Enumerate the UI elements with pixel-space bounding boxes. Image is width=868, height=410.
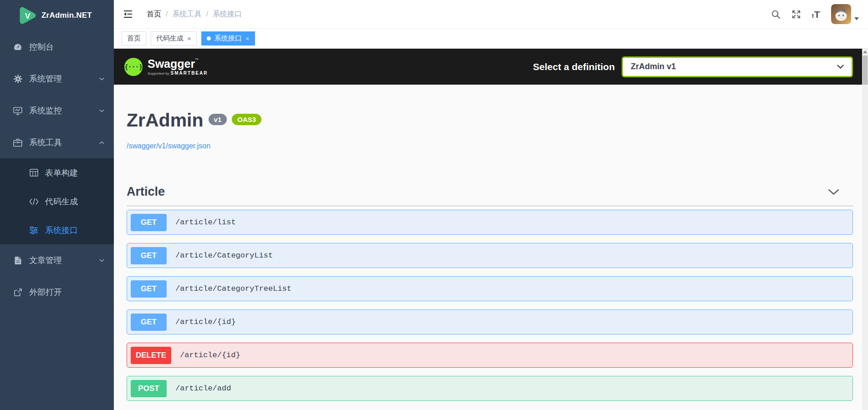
app-title: ZrAdmin.NET <box>41 11 92 20</box>
chevron-down-icon <box>99 108 105 114</box>
sidebar-item-label: 系统接口 <box>45 225 78 236</box>
api-title-row: ZrAdmin v1 OAS3 <box>127 110 853 131</box>
sidebar-item-label: 表单构建 <box>45 167 78 178</box>
sidebar-item-label: 代码生成 <box>45 196 78 207</box>
sidebar-item-label: 系统工具 <box>29 137 62 148</box>
tab-label: 首页 <box>127 34 141 43</box>
endpoint-row[interactable]: GET/article/{id} <box>127 309 853 334</box>
svg-text:V: V <box>25 12 31 20</box>
main-area: 首页/系统工具/系统接口 tT <box>114 0 868 410</box>
scrollbar-up-arrow[interactable] <box>862 49 868 55</box>
caret-down-icon <box>854 14 859 22</box>
breadcrumb-item[interactable]: 首页 <box>147 10 161 19</box>
endpoint-row[interactable]: GET/article/list <box>127 210 853 235</box>
section-title: Article <box>127 185 165 199</box>
font-size-icon[interactable]: tT <box>812 10 820 19</box>
endpoint-path: /article/CategoryTreeList <box>175 284 291 293</box>
user-menu[interactable] <box>831 4 859 24</box>
method-badge: GET <box>131 314 167 331</box>
endpoint-list: GET/article/listGET/article/CategoryList… <box>127 210 853 401</box>
tab-close-icon[interactable]: × <box>187 35 191 42</box>
sidebar-submenu: 表单构建代码生成系统接口 <box>0 158 114 244</box>
chevron-down-icon <box>99 76 105 82</box>
tab-code-generator[interactable]: 代码生成× <box>151 31 197 46</box>
endpoint-row[interactable]: POST/article/add <box>127 376 853 401</box>
scrollbar-thumb[interactable] <box>863 56 868 85</box>
sidebar-item-external-open[interactable]: 外部打开 <box>0 276 114 308</box>
dashboard-icon <box>12 43 23 51</box>
breadcrumb-item[interactable]: 系统接口 <box>213 10 242 19</box>
avatar[interactable] <box>831 4 851 24</box>
swagger-logo[interactable]: {···} Swagger™ Supported bySMARTBEAR <box>124 58 208 76</box>
sidebar-item-article-management[interactable]: 文章管理 <box>0 244 114 276</box>
sidebar-item-label: 文章管理 <box>29 255 62 266</box>
definition-select-label: Select a definition <box>533 61 615 72</box>
breadcrumb-separator: / <box>206 10 208 18</box>
sidebar-item-form-builder[interactable]: 表单构建 <box>0 158 114 187</box>
sidebar-item-system-api[interactable]: 系统接口 <box>0 216 114 244</box>
endpoint-row[interactable]: GET/article/CategoryList <box>127 243 853 268</box>
version-badge: v1 <box>209 114 227 125</box>
section-collapse-icon[interactable] <box>828 189 839 195</box>
breadcrumb: 首页/系统工具/系统接口 <box>147 10 242 19</box>
chevron-down-icon <box>837 65 844 69</box>
sliders-icon <box>28 226 39 234</box>
sidebar-item-system-management[interactable]: 系统管理 <box>0 63 114 95</box>
endpoint-path: /article/{id} <box>180 351 240 359</box>
table-icon <box>28 169 39 177</box>
fold-sidebar-icon[interactable] <box>123 10 133 18</box>
fullscreen-icon[interactable] <box>791 10 801 19</box>
endpoint-row[interactable]: DELETE/article/{id} <box>127 343 853 368</box>
app-logo[interactable]: V ZrAdmin.NET <box>0 0 114 31</box>
sidebar-item-label: 外部打开 <box>29 287 62 298</box>
app-root: V ZrAdmin.NET 控制台系统管理系统监控系统工具表单构建代码生成系统接… <box>0 0 868 410</box>
swagger-logo-icon: {···} <box>124 58 143 76</box>
sidebar-item-code-generator[interactable]: 代码生成 <box>0 187 114 216</box>
sidebar-item-label: 系统监控 <box>29 105 62 116</box>
chevron-up-icon <box>99 140 105 146</box>
active-tab-dot <box>207 36 211 40</box>
sidebar-item-console[interactable]: 控制台 <box>0 31 114 63</box>
spec-url-link[interactable]: /swagger/v1/swagger.json <box>127 142 210 150</box>
sidebar-item-system-monitor[interactable]: 系统监控 <box>0 95 114 127</box>
sidebar-menu: 控制台系统管理系统监控系统工具表单构建代码生成系统接口文章管理外部打开 <box>0 31 114 308</box>
font-size-glyph: tT <box>812 10 820 19</box>
trademark-symbol: ™ <box>195 58 199 62</box>
definition-select[interactable]: ZrAdmin v1 <box>622 56 853 77</box>
breadcrumb-item[interactable]: 系统工具 <box>172 10 201 19</box>
oas-badge: OAS3 <box>232 114 261 125</box>
definition-select-group: Select a definition ZrAdmin v1 <box>533 56 853 77</box>
endpoint-path: /article/list <box>175 218 236 227</box>
toolbox-icon <box>12 138 23 147</box>
sidebar-item-label: 控制台 <box>29 41 54 52</box>
document-icon <box>12 256 23 265</box>
breadcrumb-separator: / <box>166 10 168 18</box>
tab-home[interactable]: 首页 <box>122 31 146 46</box>
tabs-bar: 首页代码生成×系统接口× <box>114 29 868 49</box>
header-actions: tT <box>771 4 859 24</box>
sidebar-item-label: 系统管理 <box>29 73 62 84</box>
section-divider <box>127 206 853 206</box>
tab-close-icon[interactable]: × <box>245 35 250 42</box>
search-icon[interactable] <box>771 10 781 19</box>
top-header: 首页/系统工具/系统接口 tT <box>114 0 868 29</box>
gear-icon <box>12 75 23 83</box>
swagger-logo-text: Swagger™ Supported bySMARTBEAR <box>148 58 208 76</box>
method-badge: DELETE <box>131 347 171 364</box>
tab-label: 系统接口 <box>214 34 242 43</box>
swagger-topbar: {···} Swagger™ Supported bySMARTBEAR Sel… <box>114 49 868 85</box>
definition-select-value: ZrAdmin v1 <box>631 62 676 71</box>
swagger-frame: {···} Swagger™ Supported bySMARTBEAR Sel… <box>114 49 868 410</box>
monitor-icon <box>12 106 23 115</box>
method-badge: GET <box>131 214 167 231</box>
section-header-article[interactable]: Article <box>127 185 853 199</box>
scrollbar[interactable] <box>862 49 868 410</box>
swagger-content: ZrAdmin v1 OAS3 /swagger/v1/swagger.json… <box>114 85 868 410</box>
endpoint-row[interactable]: GET/article/CategoryTreeList <box>127 276 853 301</box>
method-badge: GET <box>131 247 167 264</box>
tab-system-api[interactable]: 系统接口× <box>201 31 255 46</box>
chevron-down-icon <box>99 258 105 263</box>
method-badge: GET <box>131 280 167 298</box>
sidebar-item-system-tools[interactable]: 系统工具 <box>0 127 114 158</box>
app-logo-icon: V <box>18 6 36 25</box>
